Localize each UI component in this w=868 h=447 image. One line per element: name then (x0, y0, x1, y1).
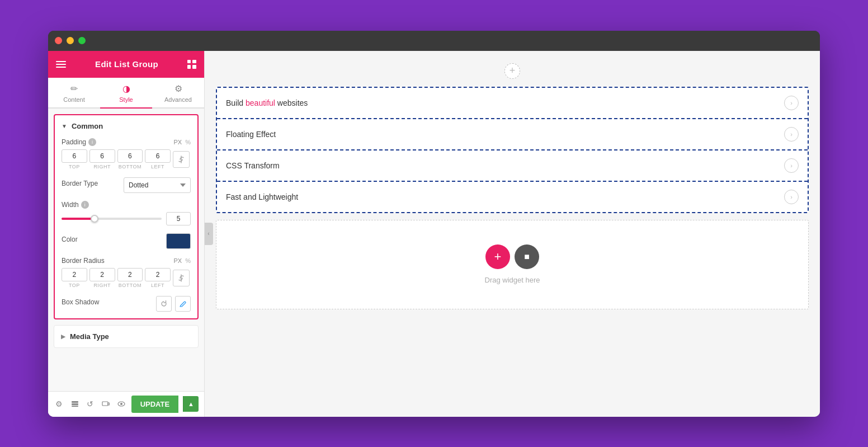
left-panel: Edit List Group ✏ Content ◑ Style ⚙ Adva… (48, 51, 205, 417)
border-radius-bottom-input[interactable] (117, 268, 143, 281)
border-radius-field: Border Radius PX % TOP RIGHT (62, 257, 191, 288)
color-label: Color (62, 236, 78, 243)
settings-footer-icon[interactable]: ⚙ (54, 396, 65, 412)
layers-icon (71, 400, 79, 408)
browser-window: Edit List Group ✏ Content ◑ Style ⚙ Adva… (48, 31, 820, 417)
padding-bottom-wrap: BOTTOM (117, 149, 143, 170)
layers-footer-icon[interactable] (69, 396, 81, 412)
border-radius-label: Border Radius PX % (62, 257, 191, 265)
tab-style[interactable]: ◑ Style (100, 78, 152, 109)
width-slider-track[interactable] (62, 218, 162, 220)
border-radius-bottom-label: BOTTOM (119, 283, 141, 288)
preview-footer-icon[interactable] (116, 396, 127, 412)
width-slider-thumb[interactable] (91, 215, 98, 223)
panel-collapse-button[interactable]: ‹ (205, 223, 213, 245)
style-tab-icon: ◑ (122, 83, 130, 94)
media-type-section: ▶ Media Type (54, 325, 199, 348)
common-section-header[interactable]: ▼ Common (62, 122, 191, 130)
list-item-2-arrow[interactable]: › (784, 158, 799, 173)
padding-bottom-input[interactable] (117, 149, 143, 163)
border-radius-right-wrap: RIGHT (89, 268, 115, 288)
list-item-0-arrow[interactable]: › (784, 96, 799, 110)
padding-label: Padding i PX % (62, 138, 191, 146)
color-field: Color (62, 233, 191, 249)
box-shadow-reset-btn[interactable] (156, 296, 172, 312)
grid-view-icon[interactable] (187, 60, 196, 69)
right-canvas: ‹ + Build beautiful websites › Floating (205, 51, 820, 417)
content-tab-label: Content (63, 96, 85, 103)
list-item-1: Floating Effect › (217, 119, 808, 150)
advanced-tab-label: Advanced (164, 96, 192, 103)
media-type-header[interactable]: ▶ Media Type (61, 332, 191, 341)
history-footer-icon[interactable]: ↺ (84, 396, 96, 412)
padding-right-input[interactable] (89, 149, 115, 163)
width-value-input[interactable] (166, 212, 191, 225)
padding-left-label: LEFT (151, 164, 164, 170)
svg-rect-5 (102, 402, 108, 406)
list-item-0-text: Build beautiful websites (226, 98, 308, 107)
list-item-2-text: CSS Transform (226, 161, 280, 170)
padding-top-label: TOP (69, 164, 80, 170)
padding-right-label: RIGHT (93, 164, 111, 170)
padding-top-wrap: TOP (62, 149, 87, 170)
padding-percent: % (185, 139, 191, 145)
update-arrow-button[interactable]: ▲ (183, 396, 199, 412)
drag-add-widget-button[interactable]: + (485, 244, 510, 269)
update-button[interactable]: UPDATE (131, 396, 178, 413)
padding-inputs: TOP RIGHT BOTTOM (62, 149, 191, 170)
padding-top-input[interactable] (62, 149, 87, 163)
eye-icon (117, 400, 125, 408)
width-label: Width i (62, 201, 191, 209)
browser-content: Edit List Group ✏ Content ◑ Style ⚙ Adva… (48, 51, 820, 417)
border-type-field: Border Type Dotted None Solid Dashed Dou… (62, 177, 191, 193)
width-slider-row (62, 212, 191, 225)
padding-field: Padding i PX % TOP RI (62, 138, 191, 170)
canvas-area: + Build beautiful websites › Floating Ef… (205, 51, 820, 417)
padding-unit[interactable]: PX (174, 139, 182, 145)
common-section: ▼ Common Padding i PX % (54, 114, 199, 319)
hamburger-menu-icon[interactable] (56, 61, 66, 68)
responsive-footer-icon[interactable] (100, 396, 111, 412)
minimize-dot[interactable] (67, 37, 74, 44)
border-radius-top-input[interactable] (62, 268, 87, 281)
border-radius-right-input[interactable] (89, 268, 115, 281)
pencil-icon (180, 300, 186, 307)
border-type-select[interactable]: Dotted None Solid Dashed Double (124, 177, 191, 193)
list-item-0-highlight: beautiful (246, 98, 275, 107)
border-type-label: Border Type (62, 180, 98, 187)
border-radius-bottom-wrap: BOTTOM (117, 268, 143, 288)
padding-left-input[interactable] (145, 149, 171, 163)
width-field: Width i (62, 201, 191, 225)
padding-link-button[interactable] (173, 151, 190, 168)
close-dot[interactable] (55, 37, 62, 44)
padding-left-wrap: LEFT (145, 149, 171, 170)
drag-stop-button[interactable]: ■ (515, 244, 539, 269)
border-radius-link-icon (177, 274, 185, 282)
tab-content[interactable]: ✏ Content (48, 78, 100, 109)
list-item-1-arrow[interactable]: › (784, 127, 799, 142)
border-radius-top-wrap: TOP (62, 268, 87, 288)
border-radius-link-button[interactable] (173, 270, 190, 286)
border-radius-inputs: TOP RIGHT BOTTOM (62, 268, 191, 288)
drag-widget-buttons: + ■ (485, 244, 539, 269)
advanced-tab-icon: ⚙ (174, 83, 182, 94)
style-tab-label: Style (119, 96, 133, 103)
box-shadow-edit-btn[interactable] (175, 296, 191, 312)
border-radius-left-input[interactable] (145, 268, 171, 281)
add-section-button[interactable]: + (504, 63, 520, 79)
tab-advanced[interactable]: ⚙ Advanced (152, 78, 204, 109)
panel-body: ▼ Common Padding i PX % (48, 109, 204, 391)
panel-title: Edit List Group (95, 59, 158, 69)
padding-info-icon: i (88, 138, 96, 146)
list-item-3-text: Fast and Lightweight (226, 192, 298, 201)
panel-header: Edit List Group (48, 51, 204, 78)
border-radius-top-label: TOP (69, 283, 80, 288)
maximize-dot[interactable] (78, 37, 86, 44)
add-section-row: + (216, 62, 809, 80)
box-shadow-label: Box Shadow (62, 298, 99, 306)
border-radius-left-label: LEFT (151, 283, 164, 288)
width-info-icon: i (81, 201, 89, 209)
border-radius-unit[interactable]: PX (174, 257, 182, 264)
list-item-3-arrow[interactable]: › (784, 190, 799, 204)
color-swatch[interactable] (166, 233, 191, 249)
